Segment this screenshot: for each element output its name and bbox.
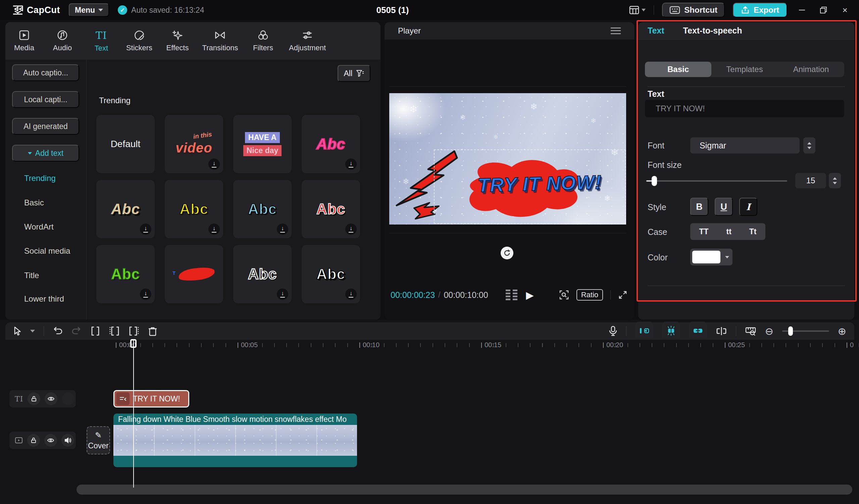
case-upper-button[interactable]: TT <box>699 227 708 236</box>
edit-cover-button[interactable]: ✎ Cover <box>87 426 110 454</box>
sidebar-item-ai-generated[interactable]: AI generated <box>12 118 79 135</box>
case-lower-button[interactable]: tt <box>726 227 732 236</box>
tab-media[interactable]: Media <box>14 22 34 60</box>
ratio-button[interactable]: Ratio <box>576 289 603 301</box>
sidebar-item-wordart[interactable]: WordArt <box>24 222 54 232</box>
font-size-stepper[interactable] <box>829 173 841 188</box>
text-template-abc-yellow[interactable]: Abc ↓ <box>165 180 223 238</box>
export-button[interactable]: Export <box>733 3 787 17</box>
link-clips-icon[interactable] <box>689 322 707 340</box>
text-template-abc-white[interactable]: Abc ↓ <box>302 245 360 303</box>
tab-transitions[interactable]: Transitions <box>202 22 238 60</box>
video-preview[interactable]: ❄ ❄ ❄ ❄ ❄ ❄ ❄ ❄ ❄ ❄ ❄ TRY IT NOW! <box>389 93 626 224</box>
playhead[interactable] <box>133 340 134 488</box>
fullscreen-icon[interactable] <box>618 290 628 300</box>
restore-button[interactable] <box>817 3 830 17</box>
redo-icon[interactable] <box>72 326 81 336</box>
close-button[interactable]: × <box>838 3 852 17</box>
frame-preview-icon[interactable] <box>506 289 517 300</box>
selection-box[interactable] <box>434 149 626 224</box>
sidebar-item-title[interactable]: Title <box>24 271 39 280</box>
text-template-default[interactable]: Default <box>96 115 155 173</box>
text-template-red-scribble[interactable]: T <box>165 245 223 303</box>
font-select[interactable]: Sigmar <box>690 137 800 154</box>
play-button[interactable]: ▶ <box>526 289 534 301</box>
eye-icon[interactable] <box>44 434 57 447</box>
snap-to-clip-icon[interactable] <box>635 322 653 340</box>
sidebar-item-trending[interactable]: Trending <box>24 174 56 183</box>
sidebar-item-basic[interactable]: Basic <box>24 198 44 207</box>
text-template-abc-green[interactable]: Abc ↓ <box>96 245 155 303</box>
tab-text-to-speech[interactable]: Text-to-speech <box>683 26 742 35</box>
underline-button[interactable]: U <box>715 198 733 216</box>
sidebar-item-add-text[interactable]: Add text <box>12 145 79 161</box>
text-template-abc-outline[interactable]: Abc ↓ <box>233 245 291 303</box>
font-stepper[interactable] <box>803 137 815 154</box>
font-size-value[interactable]: 15 <box>795 173 826 188</box>
text-template-abc-tan[interactable]: Abc ↓ <box>96 180 155 238</box>
horizontal-scrollbar[interactable] <box>76 485 852 494</box>
eye-icon[interactable] <box>45 392 57 405</box>
italic-button[interactable]: I <box>739 198 757 216</box>
mute-icon[interactable] <box>62 392 75 405</box>
slider-handle[interactable] <box>788 326 793 336</box>
voiceover-mic-icon[interactable] <box>609 326 617 336</box>
text-template-abc-pink[interactable]: Abc ↓ <box>302 115 360 173</box>
undo-icon[interactable] <box>53 326 63 336</box>
subtab-templates[interactable]: Templates <box>711 62 778 77</box>
player-menu-icon[interactable] <box>611 28 621 34</box>
slider-handle[interactable] <box>652 176 657 186</box>
lock-icon[interactable] <box>28 392 40 405</box>
video-clip[interactable]: Falling down White Blue Smooth slow moti… <box>114 413 357 467</box>
menu-button[interactable]: Menu <box>69 3 109 17</box>
sidebar-item-lower-third[interactable]: Lower third <box>24 294 64 304</box>
sidebar-item-auto-captions[interactable]: Auto captio... <box>12 64 79 81</box>
timeline-zoom-slider[interactable] <box>782 330 829 332</box>
preview-axis-icon[interactable] <box>662 322 680 340</box>
playhead-handle[interactable] <box>130 339 137 348</box>
subtab-basic[interactable]: Basic <box>645 62 711 77</box>
subtab-animation[interactable]: Animation <box>778 62 844 77</box>
text-template-have-a-nice-day[interactable]: HAVE A Nice day <box>233 115 291 173</box>
shortcut-button[interactable]: Shortcut <box>662 3 725 17</box>
tab-text[interactable]: TI Text <box>95 22 108 60</box>
tab-effects[interactable]: Effects <box>166 22 189 60</box>
delete-icon[interactable] <box>148 326 157 336</box>
text-clip[interactable]: TRY IT NOW! <box>114 390 189 408</box>
text-content-input[interactable]: TRY IT NOW! <box>645 100 844 117</box>
split-delete-right-icon[interactable] <box>129 326 139 336</box>
timeline-scale-icon[interactable] <box>745 326 756 336</box>
zoom-in-icon[interactable]: ⊕ <box>838 326 846 337</box>
case-title-button[interactable]: Tt <box>749 227 757 236</box>
player-header: Player <box>385 22 634 40</box>
select-cursor-icon[interactable] <box>12 326 21 336</box>
tab-stickers[interactable]: Stickers <box>126 22 152 60</box>
filter-button[interactable]: All <box>337 65 371 82</box>
bold-button[interactable]: B <box>690 198 708 216</box>
chevron-down-icon <box>807 147 811 149</box>
rotate-handle[interactable] <box>501 247 513 259</box>
lock-icon[interactable] <box>27 434 40 447</box>
inspector-tabs: Text Text-to-speech <box>638 22 854 40</box>
text-template-in-this-video[interactable]: in this video ↓ <box>165 115 223 173</box>
time-ruler[interactable]: 00:00 00:05 00:10 00:15 00:20 00:25 0 <box>0 339 859 351</box>
tab-filters[interactable]: Filters <box>253 22 273 60</box>
font-size-slider[interactable] <box>646 180 787 182</box>
text-template-abc-cyan[interactable]: Abc ↓ <box>233 180 291 238</box>
zoom-out-icon[interactable]: ⊖ <box>765 326 773 337</box>
chevron-down-icon[interactable] <box>30 330 35 332</box>
text-template-abc-red[interactable]: Abc ↓ <box>302 180 360 238</box>
split-icon[interactable] <box>90 326 100 336</box>
minimize-button[interactable] <box>795 3 809 17</box>
mirror-split-icon[interactable] <box>716 326 727 336</box>
color-select[interactable] <box>690 249 733 265</box>
sidebar-item-local-captions[interactable]: Local capti... <box>12 91 79 108</box>
tab-adjustment[interactable]: Adjustment <box>289 22 326 60</box>
speaker-icon[interactable] <box>61 434 74 447</box>
layout-switch-button[interactable] <box>629 5 646 15</box>
sidebar-item-social-media[interactable]: Social media <box>24 246 70 256</box>
preview-quality-icon[interactable] <box>559 290 569 300</box>
tab-audio[interactable]: Audio <box>53 22 72 60</box>
split-delete-left-icon[interactable] <box>109 326 120 336</box>
tab-text-settings[interactable]: Text <box>648 26 664 35</box>
